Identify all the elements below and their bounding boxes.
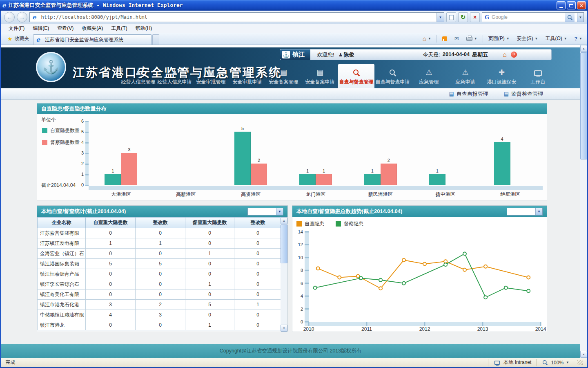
- menu-item-5[interactable]: 帮助(H): [131, 24, 156, 33]
- table-scrollbar[interactable]: ▲ ▼: [281, 217, 287, 332]
- tab-title: 江苏省港口安全监管与应急管理系统: [45, 36, 123, 43]
- chevron-down-icon[interactable]: ▼: [276, 208, 283, 215]
- logout-icon[interactable]: [511, 52, 517, 58]
- y-tick: [85, 185, 89, 186]
- nav-item-1[interactable]: ♟经营人信息申请: [156, 64, 193, 88]
- bar-value-label: 1: [299, 168, 316, 173]
- address-dropdown-button[interactable]: ▼: [437, 13, 444, 22]
- scroll-up-button[interactable]: ▲: [281, 217, 287, 224]
- safety-menu-button[interactable]: 安全(S)▼: [515, 34, 540, 43]
- chevron-down-icon: ▼: [579, 37, 582, 40]
- scroll-up-button[interactable]: ▲: [580, 45, 587, 52]
- x-tick: [482, 322, 483, 326]
- scroll-down-button[interactable]: ▼: [281, 325, 287, 332]
- legend-item: 自查隐患: [296, 220, 324, 227]
- table-row[interactable]: 镇江恒泰沥青产品0000: [38, 269, 281, 279]
- favorites-button[interactable]: ★ 收藏夹: [4, 34, 33, 44]
- zoom-control[interactable]: 100% ▼: [536, 359, 574, 366]
- page-menu-button[interactable]: 页面(P)▼: [486, 34, 512, 43]
- menu-item-3[interactable]: 收藏夹(A): [78, 24, 107, 33]
- bar-supervision: [381, 164, 397, 185]
- copyright-text: Copyright@江苏省交通规划设计院股份有限公司 2013版权所有: [220, 348, 361, 355]
- close-button[interactable]: ×: [577, 1, 586, 9]
- weekday-value: 星期五: [472, 51, 488, 58]
- search-button[interactable]: [565, 13, 575, 22]
- table-row[interactable]: 镇江奇美化工有限0000: [38, 289, 281, 300]
- browser-scrollbar[interactable]: ▲ ▼: [580, 45, 587, 358]
- search-input[interactable]: G Google ▼: [482, 12, 584, 22]
- table-row[interactable]: 江苏镇江发电有限1100: [38, 238, 281, 249]
- x-tick: [308, 322, 310, 326]
- tab-bar: ★ 收藏夹 e 江苏省港口安全监管与应急管理系统 ⌂▼ ✉ ▼ 页面(P)▼ 安…: [1, 33, 587, 45]
- nav-item-11[interactable]: 工作台: [520, 64, 556, 88]
- table-row[interactable]: 镇江李长荣综合石0010: [38, 279, 281, 289]
- print-button[interactable]: ▼: [464, 36, 479, 42]
- table-row[interactable]: 镇江市港龙0010: [38, 320, 281, 330]
- home-shortcut-icon[interactable]: ⌂: [503, 51, 507, 58]
- nav-item-10[interactable]: ✚港口设施保安: [483, 64, 520, 88]
- nav-item-label: 经营人信息管理: [121, 79, 156, 85]
- stats-panel-header: 本地自查/督查统计(截止2014.04.04) ▼: [37, 206, 287, 217]
- nav-item-4[interactable]: ▤安全备案管理: [265, 64, 302, 88]
- nav-item-7[interactable]: 自查与督查申请: [374, 64, 411, 88]
- url-text[interactable]: http://localhost:8080/yjpt/Main.html: [41, 14, 434, 20]
- nav-item-5[interactable]: ▤安全备案申请: [302, 64, 338, 88]
- stop-button[interactable]: ×: [470, 12, 480, 22]
- compatibility-button[interactable]: [446, 12, 456, 22]
- search-options-button[interactable]: ▼: [577, 13, 584, 22]
- new-tab-button[interactable]: [152, 34, 159, 45]
- value-cell: 0: [136, 289, 185, 300]
- chevron-down-icon[interactable]: ▼: [535, 208, 542, 215]
- bar-self-inspection: [234, 132, 251, 185]
- nav-item-0[interactable]: ♟经营人信息管理: [120, 64, 156, 88]
- back-button[interactable]: ←: [4, 12, 15, 22]
- table-row[interactable]: 江苏索普集团有限0000: [38, 228, 281, 238]
- table-row[interactable]: 中储粮镇江粮油有限4300: [38, 310, 281, 320]
- menu-item-4[interactable]: 工具(T): [107, 24, 131, 33]
- user-strip: ⚓ 镇江 欢迎您! ♟ 陈俊 今天是: 2014-04-04 星期五 ⌂: [280, 49, 552, 60]
- subnav-item-0[interactable]: ▤自查自报管理: [449, 90, 488, 98]
- read-mail-button[interactable]: ✉: [452, 35, 461, 43]
- scroll-down-button[interactable]: ▼: [580, 351, 587, 358]
- table-row[interactable]: 镇江港国际集装箱5500: [38, 259, 281, 269]
- menu-item-0[interactable]: 文件(F): [4, 24, 29, 33]
- site-logo: ⚓: [36, 52, 66, 82]
- bar-value-label: 5: [234, 126, 251, 131]
- value-cell: 0: [86, 269, 136, 279]
- y-tick-label: 4: [75, 140, 84, 145]
- nav-item-2[interactable]: ▤安全审批管理: [193, 64, 229, 88]
- toolbar-right: ⌂▼ ✉ ▼ 页面(P)▼ 安全(S)▼ 工具(O)▼ ?▼: [421, 34, 584, 45]
- subnav-item-1[interactable]: ▤监督检查管理: [504, 90, 543, 98]
- company-name-cell: 中储粮镇江粮油有限: [38, 310, 86, 320]
- menu-item-2[interactable]: 查看(V): [53, 24, 78, 33]
- trend-filter-select[interactable]: ▼: [507, 208, 543, 215]
- refresh-button[interactable]: ↻: [458, 12, 468, 22]
- help-menu-button[interactable]: ?▼: [572, 35, 584, 43]
- table-row[interactable]: 金海宏业（镇江）石0010: [38, 249, 281, 259]
- forward-button[interactable]: →: [17, 12, 27, 22]
- maximize-button[interactable]: [567, 1, 576, 9]
- home-button[interactable]: ⌂▼: [421, 34, 433, 43]
- company-name-cell: 镇江市港龙: [38, 320, 86, 330]
- nav-item-3[interactable]: ▤安全审批申请: [229, 64, 265, 88]
- value-cell: 0: [185, 228, 234, 238]
- value-cell: 1: [185, 279, 234, 289]
- nav-item-9[interactable]: ⚠应急申请: [447, 64, 483, 88]
- nav-item-8[interactable]: ⚠应急管理: [411, 64, 447, 88]
- scrollbar-thumb[interactable]: [281, 224, 287, 263]
- tools-menu-button[interactable]: 工具(O)▼: [543, 34, 569, 43]
- nav-item-6[interactable]: 自查与督查管理: [338, 64, 374, 88]
- feeds-button[interactable]: [440, 36, 449, 42]
- table-row[interactable]: 镇江市港龙石化港3251: [38, 300, 281, 310]
- stats-filter-select[interactable]: ▼: [247, 208, 283, 215]
- tab-current-page[interactable]: e 江苏省港口安全监管与应急管理系统: [33, 34, 151, 45]
- magnifier-icon: [389, 69, 396, 76]
- resize-grip[interactable]: [577, 360, 583, 365]
- menu-item-1[interactable]: 编辑(E): [29, 24, 53, 33]
- trend-panel-header: 本地自查/督查隐患总数趋势(截止2014.04.04) ▼: [292, 206, 547, 217]
- y-tick-label: 8: [301, 268, 303, 273]
- scrollbar-thumb[interactable]: [580, 52, 587, 159]
- minimize-button[interactable]: [557, 1, 566, 9]
- address-field[interactable]: e http://localhost:8080/yjpt/Main.html ▼: [29, 12, 444, 22]
- value-cell: 0: [234, 320, 281, 330]
